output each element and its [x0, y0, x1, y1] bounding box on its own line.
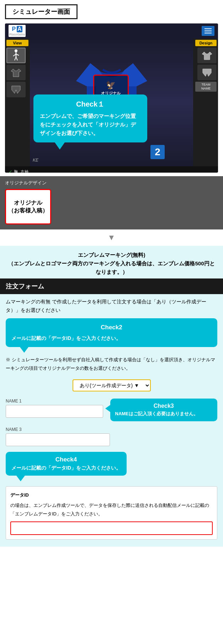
- emblem-bird: 🦅: [106, 81, 116, 90]
- callout2-title: Check2: [11, 323, 212, 333]
- callout-2: Check2 メールに記載の「データID」をご入力ください。: [6, 318, 217, 347]
- callout-1: Check１ エンブレムで、ご希望のマーキング位置をにチェックを入れて「オリジナ…: [33, 94, 147, 142]
- sim-logo: PA PixoAleiro: [9, 25, 26, 37]
- data-id-text: の場合は、エンブレム作成ツールで、データを保存した際に送信される自動配信メールに…: [10, 501, 213, 518]
- name1-group: NAME 1: [6, 399, 103, 418]
- order-form-bar: 注文フォーム: [0, 278, 223, 294]
- form-text-block: ムマーキングの有無 で作成したデータを利用して注文する場合は「あり（ツール作成デ…: [0, 294, 223, 353]
- marking-select[interactable]: あり(ツール作成データ) ▼: [73, 379, 151, 391]
- view-button[interactable]: View: [6, 40, 28, 46]
- logo-text: PixoAleiro: [9, 33, 25, 36]
- original-card: オリジナル （お客様入稿）: [5, 189, 51, 224]
- name1-label: NAME 1: [6, 399, 103, 404]
- shorts-icon-btn[interactable]: [6, 82, 26, 97]
- form-section: エンブレムマーキング(無料) （エンブレムとロゴマーク両方のマーキングを入れる場…: [0, 246, 223, 547]
- callout-4: Check4 メールに記載の「データID」をご入力ください。: [6, 452, 127, 476]
- emblem-header-line2: （エンブレムとロゴマーク両方のマーキングを入れる場合は、エンブレム価格500円と…: [6, 259, 217, 276]
- name3-row: NAME 3: [0, 424, 223, 449]
- check4-section: Check4 メールに記載の「データID」をご入力ください。 データID の場合…: [0, 449, 223, 540]
- original-design-section: オリジナルデザイン オリジナル （お客様入稿）: [0, 176, 223, 229]
- original-design-label: オリジナルデザイン: [5, 180, 218, 186]
- name3-input[interactable]: [6, 433, 110, 446]
- sim-topbar: PA PixoAleiro: [5, 23, 218, 38]
- callout4-title: Check4: [11, 456, 121, 463]
- svg-point-0: [15, 49, 17, 52]
- player-icon-btn[interactable]: [6, 48, 26, 63]
- callout2-body: メールに記載の「データID」をご入力ください。: [11, 334, 212, 343]
- right-shorts-icon: [202, 68, 212, 77]
- player-icon: [11, 49, 21, 62]
- name3-group: NAME 3: [6, 427, 110, 446]
- form-text: ムマーキングの有無 で作成したデータを利用して注文する場合は「あり（ツール作成デ…: [6, 299, 206, 313]
- data-id-input[interactable]: [10, 521, 213, 535]
- header-title: シミュレーター画面: [12, 8, 70, 15]
- chest-check[interactable]: ✓ 胸: [9, 169, 18, 173]
- sim-frame: PA PixoAleiro View: [5, 23, 218, 173]
- name3-label: NAME 3: [6, 427, 110, 432]
- sim-bottom-bar: ✓ 胸 左袖: [5, 166, 218, 173]
- design-button[interactable]: Design: [195, 40, 217, 46]
- sim-right-panel: Design TEAMNAME: [193, 38, 218, 166]
- svg-line-4: [15, 57, 16, 60]
- data-id-label: データID: [10, 491, 213, 499]
- team-name-label: TEAMNAME: [195, 82, 217, 92]
- sleeve-label: 左袖: [21, 169, 28, 173]
- checkmark-icon: ✓: [9, 169, 12, 173]
- tshirt-icon: [10, 67, 22, 77]
- callout3-body: NAMEはご記入頂く必要はありません。: [115, 411, 213, 417]
- simulator-section: PA PixoAleiro View: [0, 23, 223, 176]
- callout1-body: エンブレムで、ご希望のマーキング位置をにチェックを入れて「オリジナル」デザインを…: [40, 112, 141, 137]
- number-badge: 2: [150, 145, 165, 159]
- original-card-line2: （お客様入稿）: [8, 207, 48, 215]
- callout4-body: メールに記載の「データID」をご入力ください。: [11, 465, 121, 471]
- emblem-header-line1: エンブレムマーキング(無料): [6, 251, 217, 259]
- callout3-title: Check3: [115, 403, 213, 409]
- svg-line-5: [16, 57, 17, 60]
- right-tshirt-btn[interactable]: [197, 48, 217, 63]
- shorts-icon: [11, 85, 21, 94]
- order-form-label: 注文フォーム: [6, 283, 44, 290]
- right-tshirt-icon: [201, 50, 213, 60]
- tshirt-icon-btn[interactable]: [6, 65, 26, 80]
- callout1-title: Check１: [40, 99, 141, 109]
- right-shorts-btn[interactable]: [197, 65, 217, 80]
- emblem-marking-header: エンブレムマーキング(無料) （エンブレムとロゴマーク両方のマーキングを入れる場…: [0, 246, 223, 278]
- sim-hamburger[interactable]: [202, 26, 214, 36]
- form-note: ※ シミュレーターツールを利用せず自社入稿して作成する場合は「なし」を選択頂き、…: [0, 353, 223, 375]
- data-id-section: データID の場合は、エンブレム作成ツールで、データを保存した際に送信される自動…: [6, 486, 217, 540]
- chest-label: 胸: [14, 169, 18, 173]
- sim-left-panel: View: [5, 38, 30, 166]
- name-fields-row: NAME 1 Check3 NAMEはご記入頂く必要はありません。: [0, 396, 223, 424]
- original-card-line1: オリジナル: [14, 199, 42, 207]
- callout-3: Check3 NAMEはご記入頂く必要はありません。: [110, 399, 218, 421]
- page-header: シミュレーター画面: [5, 4, 78, 19]
- divider-arrow: ▼: [0, 232, 223, 244]
- name1-input[interactable]: [6, 405, 103, 418]
- ke-label: KE: [33, 158, 38, 163]
